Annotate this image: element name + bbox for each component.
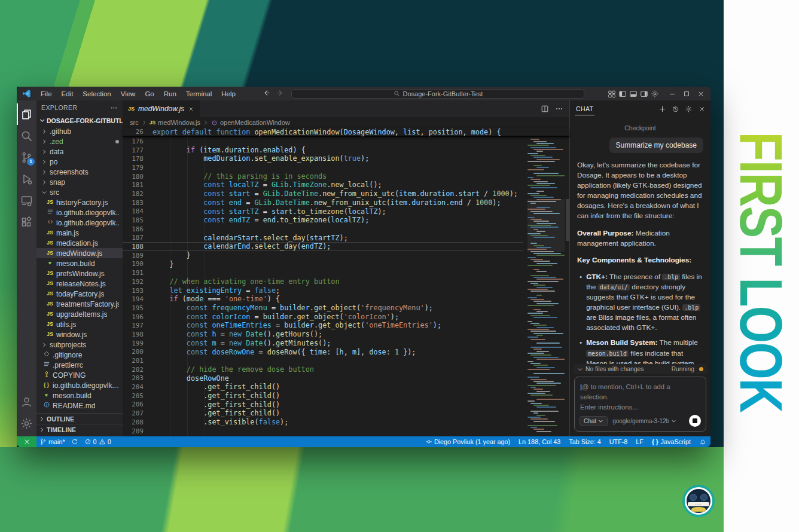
code-line-191[interactable]: 191 — [123, 268, 523, 277]
menu-edit[interactable]: Edit — [57, 89, 78, 99]
tree-item-medwindow-js[interactable]: JSmedWindow.js — [36, 248, 123, 258]
tree-item--gitignore[interactable]: .gitignore — [36, 350, 123, 360]
code-line-182[interactable]: 182 const start = GLib.DateTime.new_from… — [123, 189, 523, 198]
tree-item-io-github-diegopvlk-[interactable]: io.github.diegopvlk.... — [36, 207, 123, 218]
commit-info[interactable]: Diego Povliuk (1 year ago) — [421, 438, 514, 445]
tree-item-po[interactable]: po — [36, 157, 123, 167]
code-line-195[interactable]: 195 const frequencyMenu = builder.get_ob… — [123, 304, 523, 313]
tree-item-data[interactable]: data — [36, 146, 123, 157]
code-line-189[interactable]: 189 } — [123, 251, 523, 260]
close-icon[interactable] — [697, 90, 705, 97]
code-line-187[interactable]: 187 calendarStart.select_day(startTZ); — [123, 234, 523, 243]
menu-help[interactable]: Help — [217, 89, 240, 99]
code-line-188[interactable]: 188 calendarEnd.select_day(endTZ); — [123, 242, 523, 251]
tree-item--github[interactable]: .github — [36, 126, 123, 136]
code-line-180[interactable]: 180 // this parsing is in seconds — [123, 172, 523, 181]
tab-size[interactable]: Tab Size: 4 — [565, 438, 605, 445]
remote-indicator[interactable] — [17, 436, 36, 447]
chat-tab[interactable]: CHAT — [575, 102, 594, 115]
branch-indicator[interactable]: main* — [36, 436, 68, 447]
tab-medwindow[interactable]: JS medWindow.js — [123, 100, 200, 117]
command-center-search[interactable]: Dosage-Fork-GitButler-Test — [291, 89, 584, 99]
vscode-logo-icon[interactable] — [22, 89, 31, 98]
tree-item-utils-js[interactable]: JSutils.js — [36, 319, 123, 329]
nav-back-icon[interactable] — [263, 89, 270, 97]
breadcrumb[interactable]: src JS medWindow.js openMedicationWindow — [123, 117, 569, 128]
breadcrumb-file[interactable]: medWindow.js — [158, 119, 200, 126]
tree-item-medication-js[interactable]: JSmedication.js — [36, 238, 123, 248]
sticky-scroll-line[interactable]: 26export default function openMedication… — [123, 128, 569, 137]
chat-settings-gear-icon[interactable] — [685, 105, 693, 113]
explorer-root-folder[interactable]: DOSAGE-FORK-GITBUTLE... — [36, 115, 123, 126]
code-line-178[interactable]: 178 medDuration.set_enable_expansion(tru… — [123, 154, 523, 163]
menu-view[interactable]: View — [117, 89, 140, 99]
code-line-184[interactable]: 184 const startTZ = start.to_timezone(lo… — [123, 207, 523, 216]
nav-forward-icon[interactable] — [276, 89, 284, 97]
breadcrumb-symbol[interactable]: openMedicationWindow — [220, 119, 290, 126]
toggle-sidebar-icon[interactable] — [618, 90, 627, 98]
tree-item-treatmentsfactory-js[interactable]: JStreatmentsFactory.js — [36, 299, 123, 309]
code-line-202[interactable]: 202 // hide the remove dose button — [123, 365, 523, 374]
toggle-panel-icon[interactable] — [629, 90, 638, 98]
code-line-186[interactable]: 186 — [123, 225, 523, 234]
code-line-199[interactable]: 199 const m = new Date().getMinutes(); — [123, 339, 523, 348]
language-mode[interactable]: { } JavaScript — [648, 438, 695, 445]
code-line-185[interactable]: 185 const endTZ = end.to_timezone(localT… — [123, 216, 523, 225]
tree-item-prefswindow-js[interactable]: JSprefsWindow.js — [36, 268, 123, 279]
more-actions-icon[interactable] — [110, 104, 118, 112]
close-chat-icon[interactable] — [698, 105, 706, 113]
tree-item--zed[interactable]: .zed — [36, 136, 123, 146]
minimap[interactable] — [527, 137, 565, 436]
code-line-177[interactable]: 177 if (item.duration.enabled) { — [123, 146, 523, 155]
editor-scrollbar[interactable] — [566, 199, 569, 241]
activity-source-control[interactable]: 1 — [17, 146, 36, 168]
tree-item-readme-md[interactable]: README.md — [36, 400, 123, 411]
menu-run[interactable]: Run — [160, 89, 181, 99]
activity-search[interactable] — [17, 125, 36, 146]
activity-settings[interactable] — [17, 412, 36, 434]
stop-button[interactable] — [689, 415, 701, 427]
split-editor-icon[interactable] — [541, 105, 549, 113]
tree-item-subprojects[interactable]: subprojects — [36, 340, 123, 350]
tree-item-io-github-diegopvlk-[interactable]: io.github.diegopvlk.... — [36, 218, 123, 228]
code-line-200[interactable]: 200 const doseRowOne = doseRow({ time: [… — [123, 348, 523, 357]
mode-dropdown[interactable]: Chat — [580, 416, 608, 426]
code-line-207[interactable]: 207 .get_first_child() — [123, 409, 523, 418]
tree-item-historyfactory-js[interactable]: JShistoryFactory.js — [36, 197, 123, 207]
code-lines[interactable]: 176177 if (item.duration.enabled) {178 m… — [123, 137, 523, 435]
code-line-183[interactable]: 183 const end = GLib.DateTime.new_from_u… — [123, 198, 523, 207]
model-dropdown[interactable]: google/gemma-3-12b — [612, 418, 676, 424]
code-line-208[interactable]: 208 .set_visible(false); — [123, 418, 523, 427]
code-line-194[interactable]: 194 if (mode === 'one-time') { — [123, 295, 523, 304]
tree-item-screenshots[interactable]: screenshots — [36, 167, 123, 177]
tree-item-main-js[interactable]: JSmain.js — [36, 228, 123, 238]
activity-remote-explorer[interactable] — [17, 189, 36, 211]
code-line-203[interactable]: 203 doseRowOne — [123, 374, 523, 383]
history-icon[interactable] — [672, 105, 679, 113]
code-line-204[interactable]: 204 .get_first_child() — [123, 383, 523, 392]
tree-item-snap[interactable]: snap — [36, 177, 123, 187]
tree-item-window-js[interactable]: JSwindow.js — [36, 329, 123, 340]
timeline-section[interactable]: TIMELINE — [36, 424, 123, 435]
tree-item-io-github-diegopvlk-[interactable]: { }io.github.diegopvlk.... — [36, 380, 123, 390]
maximize-icon[interactable] — [683, 90, 690, 97]
problems-indicator[interactable]: 0 0 — [81, 436, 114, 447]
new-chat-icon[interactable] — [658, 105, 666, 113]
code-area[interactable]: 176177 if (item.duration.enabled) {178 m… — [123, 137, 569, 436]
minimize-icon[interactable] — [669, 90, 676, 97]
code-line-201[interactable]: 201 — [123, 356, 523, 365]
encoding[interactable]: UTF-8 — [605, 438, 632, 445]
customize-layout-icon[interactable] — [608, 90, 616, 98]
code-line-196[interactable]: 196 const colorIcon = builder.get_object… — [123, 313, 523, 322]
settings-gear-icon[interactable] — [651, 90, 659, 98]
sync-indicator[interactable] — [68, 436, 81, 447]
outline-section[interactable]: OUTLINE — [36, 413, 123, 424]
code-line-205[interactable]: 205 .get_first_child() — [123, 392, 523, 400]
code-line-197[interactable]: 197 const oneTimeEntries = builder.get_o… — [123, 321, 523, 330]
code-line-206[interactable]: 206 .get_first_child() — [123, 400, 523, 409]
menu-file[interactable]: File — [36, 89, 56, 99]
chat-input[interactable]: |@ to mention, Ctrl+L to add a selection… — [574, 377, 706, 432]
cursor-position[interactable]: Ln 188, Col 43 — [514, 438, 565, 445]
breadcrumb-src[interactable]: src — [130, 119, 139, 126]
menu-go[interactable]: Go — [141, 89, 158, 99]
